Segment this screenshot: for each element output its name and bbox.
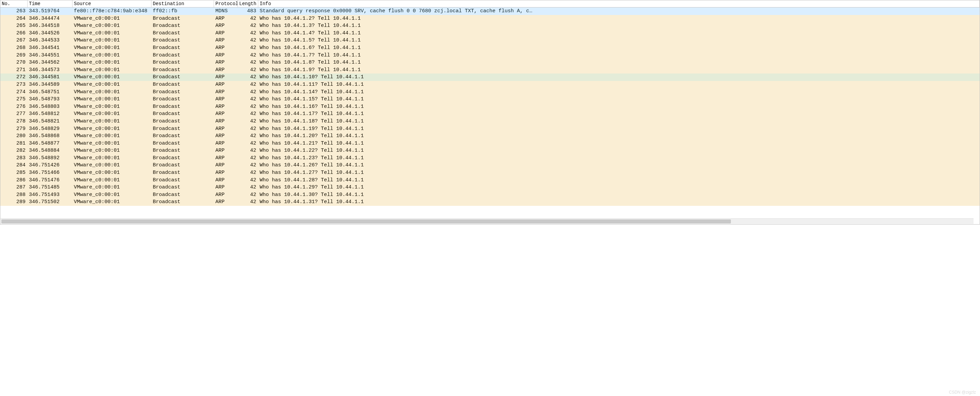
packet-row[interactable]: 276346.548803VMware_c0:00:01BroadcastARP… bbox=[0, 103, 980, 111]
packet-time: 346.548821 bbox=[27, 118, 73, 125]
packet-source: VMware_c0:00:01 bbox=[73, 37, 151, 44]
packet-info: Who has 10.44.1.8? Tell 10.44.1.1 bbox=[258, 59, 980, 66]
packet-protocol: ARP bbox=[214, 125, 238, 133]
packet-length: 42 bbox=[238, 118, 258, 125]
horizontal-scrollbar[interactable] bbox=[1, 218, 974, 224]
packet-source: VMware_c0:00:01 bbox=[73, 162, 151, 169]
packet-length: 42 bbox=[238, 89, 258, 96]
packet-protocol: ARP bbox=[214, 89, 238, 96]
column-header-info[interactable]: Info bbox=[258, 0, 980, 7]
horizontal-scrollbar-thumb[interactable] bbox=[2, 219, 731, 224]
packet-info: Who has 10.44.1.17? Tell 10.44.1.1 bbox=[258, 110, 980, 118]
packet-row[interactable]: 284346.751426VMware_c0:00:01BroadcastARP… bbox=[0, 162, 980, 169]
column-header-time[interactable]: Time bbox=[27, 0, 73, 7]
packet-length: 42 bbox=[238, 184, 258, 191]
packet-no: 267 bbox=[0, 37, 27, 44]
packet-row[interactable]: 268346.344541VMware_c0:00:01BroadcastARP… bbox=[0, 44, 980, 52]
column-header-no[interactable]: No. bbox=[0, 0, 27, 7]
packet-row[interactable]: 271346.344573VMware_c0:00:01BroadcastARP… bbox=[0, 66, 980, 74]
packet-list[interactable]: No. Time Source Destination Protocol Len… bbox=[0, 0, 980, 224]
packet-no: 282 bbox=[0, 147, 27, 154]
packet-no: 277 bbox=[0, 110, 27, 118]
packet-time: 346.751485 bbox=[27, 184, 73, 191]
packet-row[interactable]: 264346.344474VMware_c0:00:01BroadcastARP… bbox=[0, 15, 980, 22]
packet-source: VMware_c0:00:01 bbox=[73, 140, 151, 147]
packet-info: Who has 10.44.1.7? Tell 10.44.1.1 bbox=[258, 52, 980, 59]
packet-length: 42 bbox=[238, 147, 258, 154]
packet-row[interactable]: 286346.751476VMware_c0:00:01BroadcastARP… bbox=[0, 177, 980, 184]
packet-row[interactable]: 288346.751493VMware_c0:00:01BroadcastARP… bbox=[0, 191, 980, 199]
packet-length: 42 bbox=[238, 125, 258, 133]
packet-source: VMware_c0:00:01 bbox=[73, 177, 151, 184]
packet-protocol: ARP bbox=[214, 103, 238, 111]
packet-row[interactable]: 277346.548812VMware_c0:00:01BroadcastARP… bbox=[0, 110, 980, 118]
packet-protocol: ARP bbox=[214, 184, 238, 191]
packet-no: 287 bbox=[0, 184, 27, 191]
packet-row[interactable]: 278346.548821VMware_c0:00:01BroadcastARP… bbox=[0, 118, 980, 125]
packet-info: Who has 10.44.1.23? Tell 10.44.1.1 bbox=[258, 154, 980, 162]
packet-row[interactable]: 279346.548829VMware_c0:00:01BroadcastARP… bbox=[0, 125, 980, 133]
packet-no: 265 bbox=[0, 22, 27, 30]
packet-time: 346.548793 bbox=[27, 95, 73, 103]
packet-info: Who has 10.44.1.26? Tell 10.44.1.1 bbox=[258, 162, 980, 169]
packet-source: VMware_c0:00:01 bbox=[73, 22, 151, 30]
packet-length: 42 bbox=[238, 132, 258, 140]
packet-no: 271 bbox=[0, 66, 27, 74]
packet-source: VMware_c0:00:01 bbox=[73, 81, 151, 89]
packet-info: Who has 10.44.1.19? Tell 10.44.1.1 bbox=[258, 125, 980, 133]
packet-row[interactable]: 269346.344551VMware_c0:00:01BroadcastARP… bbox=[0, 52, 980, 59]
packet-info: Who has 10.44.1.27? Tell 10.44.1.1 bbox=[258, 169, 980, 177]
packet-time: 346.344541 bbox=[27, 44, 73, 52]
packet-time: 346.344551 bbox=[27, 52, 73, 59]
packet-no: 266 bbox=[0, 30, 27, 37]
packet-time: 343.519764 bbox=[27, 8, 73, 15]
packet-length: 42 bbox=[238, 15, 258, 22]
packet-row[interactable]: 274346.548751VMware_c0:00:01BroadcastARP… bbox=[0, 89, 980, 96]
packet-row[interactable]: 266346.344526VMware_c0:00:01BroadcastARP… bbox=[0, 30, 980, 37]
packet-source: fe80::f78e:c784:9ab:e348 bbox=[73, 8, 151, 15]
packet-source: VMware_c0:00:01 bbox=[73, 59, 151, 66]
packet-source: VMware_c0:00:01 bbox=[73, 103, 151, 111]
packet-info: Who has 10.44.1.22? Tell 10.44.1.1 bbox=[258, 147, 980, 154]
packet-time: 346.548892 bbox=[27, 154, 73, 162]
packet-length: 42 bbox=[238, 191, 258, 199]
packet-protocol: ARP bbox=[214, 66, 238, 74]
column-header-length[interactable]: Length bbox=[238, 0, 258, 7]
packet-protocol: ARP bbox=[214, 15, 238, 22]
packet-time: 346.344526 bbox=[27, 30, 73, 37]
packet-row[interactable]: 273346.344589VMware_c0:00:01BroadcastARP… bbox=[0, 81, 980, 89]
packet-row[interactable]: 280346.548868VMware_c0:00:01BroadcastARP… bbox=[0, 132, 980, 140]
packet-time: 346.344581 bbox=[27, 73, 73, 81]
packet-row[interactable]: 263343.519764fe80::f78e:c784:9ab:e348ff0… bbox=[0, 8, 980, 15]
packet-length: 42 bbox=[238, 177, 258, 184]
packet-row[interactable]: 285346.751466VMware_c0:00:01BroadcastARP… bbox=[0, 169, 980, 177]
column-header-protocol[interactable]: Protocol bbox=[214, 0, 238, 7]
packet-info: Who has 10.44.1.6? Tell 10.44.1.1 bbox=[258, 44, 980, 52]
packet-row[interactable]: 275346.548793VMware_c0:00:01BroadcastARP… bbox=[0, 95, 980, 103]
packet-destination: Broadcast bbox=[151, 95, 214, 103]
packet-source: VMware_c0:00:01 bbox=[73, 44, 151, 52]
packet-source: VMware_c0:00:01 bbox=[73, 30, 151, 37]
packet-destination: Broadcast bbox=[151, 162, 214, 169]
packet-length: 42 bbox=[238, 95, 258, 103]
packet-length: 42 bbox=[238, 37, 258, 44]
packet-no: 286 bbox=[0, 177, 27, 184]
packet-row[interactable]: 270346.344562VMware_c0:00:01BroadcastARP… bbox=[0, 59, 980, 66]
packet-destination: Broadcast bbox=[151, 110, 214, 118]
packet-row[interactable]: 272346.344581VMware_c0:00:01BroadcastARP… bbox=[0, 73, 980, 81]
packet-length: 42 bbox=[238, 81, 258, 89]
packet-row[interactable]: 283346.548892VMware_c0:00:01BroadcastARP… bbox=[0, 154, 980, 162]
packet-destination: Broadcast bbox=[151, 184, 214, 191]
packet-protocol: ARP bbox=[214, 95, 238, 103]
packet-destination: Broadcast bbox=[151, 89, 214, 96]
packet-row[interactable]: 281346.548877VMware_c0:00:01BroadcastARP… bbox=[0, 140, 980, 147]
packet-row[interactable]: 265346.344518VMware_c0:00:01BroadcastARP… bbox=[0, 22, 980, 30]
column-header-source[interactable]: Source bbox=[73, 0, 151, 7]
packet-time: 346.751502 bbox=[27, 198, 73, 206]
column-header-destination[interactable]: Destination bbox=[151, 0, 214, 7]
packet-row[interactable]: 267346.344533VMware_c0:00:01BroadcastARP… bbox=[0, 37, 980, 44]
packet-time: 346.548829 bbox=[27, 125, 73, 133]
packet-row[interactable]: 289346.751502VMware_c0:00:01BroadcastARP… bbox=[0, 198, 980, 206]
packet-row[interactable]: 287346.751485VMware_c0:00:01BroadcastARP… bbox=[0, 184, 980, 191]
packet-row[interactable]: 282346.548884VMware_c0:00:01BroadcastARP… bbox=[0, 147, 980, 154]
